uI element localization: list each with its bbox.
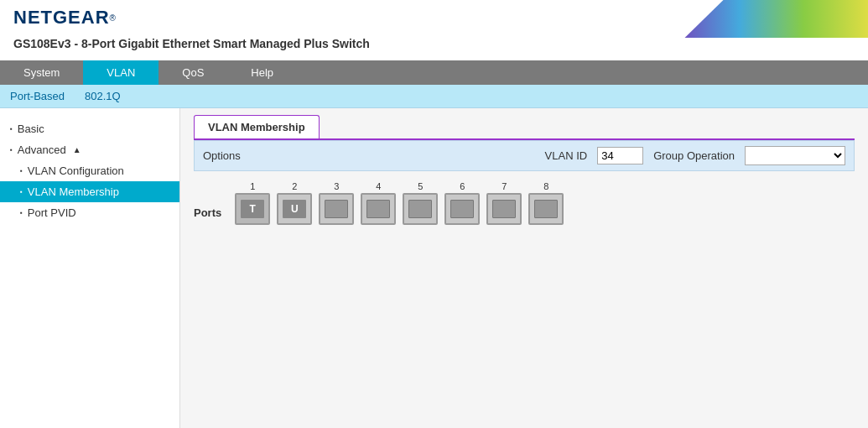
advanced-expand-icon: ▲	[73, 145, 81, 154]
port-icon-5[interactable]	[403, 193, 438, 225]
port-item-1: 1 T	[235, 181, 270, 225]
port-icon-8[interactable]	[528, 193, 564, 225]
logo-text: NETGEAR	[13, 7, 110, 29]
sub-nav-802-1q[interactable]: 802.1Q	[81, 88, 124, 104]
port-inner-2: U	[283, 200, 306, 218]
port-icon-7[interactable]	[486, 193, 522, 225]
port-item-4: 4	[361, 181, 396, 225]
tab-system[interactable]: System	[0, 60, 83, 85]
bullet-vlan-membership: ▪	[20, 188, 23, 196]
ports-area: Ports 1 T 2 U	[194, 181, 855, 225]
sidebar-item-basic[interactable]: ▪ Basic	[0, 118, 179, 139]
bullet-vlan-config: ▪	[20, 167, 23, 175]
options-bar: Options VLAN ID Group Operation All Tagg…	[194, 140, 855, 171]
vlan-id-label: VLAN ID	[545, 149, 588, 162]
tab-vlan[interactable]: VLAN	[83, 60, 159, 85]
group-operation-select[interactable]: All Tagged All Untagged Remove All	[745, 146, 845, 165]
sidebar-label-advanced: Advanced	[18, 144, 66, 156]
port-item-5: 5	[403, 181, 438, 225]
content-area: VLAN Membership Options VLAN ID Group Op…	[180, 108, 868, 428]
port-icon-1[interactable]: T	[235, 193, 270, 225]
sidebar-item-vlan-configuration[interactable]: ▪ VLAN Configuration	[0, 160, 179, 181]
port-item-7: 7	[486, 181, 522, 225]
tab-qos[interactable]: QoS	[159, 60, 227, 85]
port-icon-3[interactable]	[319, 193, 354, 225]
port-connector-8	[534, 200, 558, 218]
port-number-7: 7	[502, 181, 507, 191]
group-operation-label: Group Operation	[653, 149, 735, 162]
port-connector-3	[325, 200, 348, 218]
sub-nav: Port-Based 802.1Q	[0, 85, 868, 108]
port-item-6: 6	[444, 181, 480, 225]
sidebar-item-vlan-membership[interactable]: ▪ VLAN Membership	[0, 181, 179, 202]
sidebar-label-port-pvid: Port PVID	[28, 206, 76, 219]
port-group: 1 T 2 U	[235, 181, 564, 225]
sub-nav-port-based[interactable]: Port-Based	[7, 88, 68, 104]
port-connector-6	[450, 200, 474, 218]
port-letter-1: T	[250, 203, 256, 215]
port-letter-2: U	[291, 203, 299, 215]
content-header: VLAN Membership	[180, 108, 868, 138]
ports-label: Ports	[194, 181, 221, 219]
bullet-advanced: ▪	[10, 146, 13, 154]
bullet-basic: ▪	[10, 125, 13, 133]
port-connector-7	[492, 200, 516, 218]
port-number-6: 6	[460, 181, 465, 191]
port-connector-5	[408, 200, 432, 218]
sidebar: ▪ Basic ▪ Advanced ▲ ▪ VLAN Configuratio…	[0, 108, 180, 428]
port-icon-2[interactable]: U	[277, 193, 312, 225]
vlan-id-input[interactable]	[597, 147, 643, 164]
sidebar-item-port-pvid[interactable]: ▪ Port PVID	[0, 202, 179, 223]
port-inner-1: T	[241, 200, 264, 218]
port-item-3: 3	[319, 181, 354, 225]
sidebar-item-advanced[interactable]: ▪ Advanced ▲	[0, 139, 179, 160]
port-number-3: 3	[334, 181, 339, 191]
sidebar-label-vlan-membership: VLAN Membership	[28, 185, 119, 198]
port-number-2: 2	[292, 181, 297, 191]
port-number-5: 5	[418, 181, 423, 191]
sidebar-label-vlan-configuration: VLAN Configuration	[28, 164, 124, 177]
port-number-4: 4	[376, 181, 381, 191]
options-label: Options	[203, 149, 241, 162]
content-tab-vlan-membership[interactable]: VLAN Membership	[194, 115, 320, 138]
port-number-1: 1	[250, 181, 255, 191]
sidebar-label-basic: Basic	[18, 123, 44, 135]
bullet-port-pvid: ▪	[20, 209, 23, 217]
port-connector-4	[366, 200, 390, 218]
port-icon-6[interactable]	[444, 193, 480, 225]
logo-reg: ®	[110, 13, 116, 23]
port-item-8: 8	[528, 181, 564, 225]
port-number-8: 8	[543, 181, 548, 191]
port-item-2: 2 U	[277, 181, 312, 225]
tab-help[interactable]: Help	[227, 60, 297, 85]
port-icon-4[interactable]	[361, 193, 396, 225]
nav-tabs: System VLAN QoS Help	[0, 60, 868, 85]
